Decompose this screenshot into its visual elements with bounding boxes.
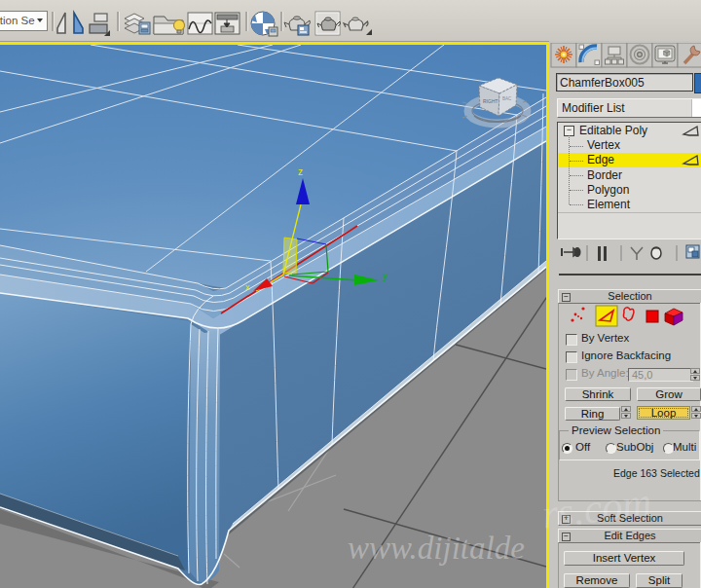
svg-text:RIGHT: RIGHT bbox=[483, 98, 498, 104]
svg-text:BAC: BAC bbox=[502, 96, 512, 101]
svg-text:z: z bbox=[298, 166, 303, 177]
svg-text:www.dijitalde: www.dijitalde bbox=[348, 531, 525, 566]
svg-text:x: x bbox=[245, 282, 250, 292]
svg-text:y: y bbox=[383, 271, 387, 281]
